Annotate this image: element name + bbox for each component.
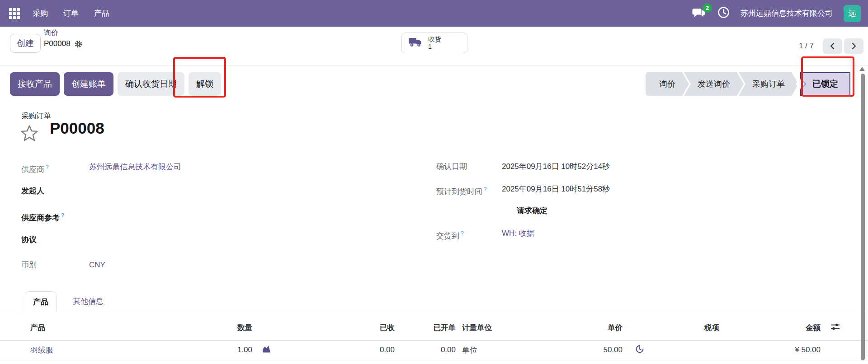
action-bar: 接收产品 创建账单 确认收货日期 解锁 询价 发送询价 采购订单 已锁定 [0,65,868,98]
order-lines-table: 产品 数量 已收 已开单 计量单位 单价 税项 金额 [21,315,849,360]
supplier-value-link[interactable]: 苏州远鼎信息技术有限公司 [89,162,181,175]
uom-cell[interactable]: 单位 [462,340,519,360]
messages-button[interactable]: 2 [692,8,707,19]
apps-grid-icon[interactable] [9,8,20,19]
chat-bubbles-icon [692,13,706,21]
user-avatar[interactable]: 远 [844,5,861,22]
agreement-label: 协议 [21,234,89,245]
status-step-purchase-order[interactable]: 采购订单 [739,72,798,96]
table-header-row: 产品 数量 已收 已开单 计量单位 单价 税项 金额 [21,315,849,340]
col-received[interactable]: 已收 [283,315,401,340]
expected-arrival-label: 预计到货时间? [436,184,502,197]
activities-clock-icon[interactable] [717,6,730,20]
favorite-star-icon[interactable] [20,125,38,144]
confirm-date-label: 确认日期 [436,161,502,172]
tab-products[interactable]: 产品 [25,291,57,312]
amount-cell: ¥ 50.00 [765,340,821,360]
taxes-cell[interactable] [659,340,765,360]
currency-value-link[interactable]: CNY [89,260,105,271]
col-quantity[interactable]: 数量 [157,315,259,340]
nav-item-products[interactable]: 产品 [93,6,110,20]
nav-item-purchase[interactable]: 采购 [32,6,49,20]
tab-other-info[interactable]: 其他信息 [66,291,110,311]
col-taxes[interactable]: 税项 [659,315,765,340]
currency-label: 币别 [21,260,89,271]
received-cell[interactable]: 0.00 [283,340,401,360]
pager-next-button[interactable] [844,38,863,54]
vendor-reference-label: 供应商参考? [21,210,64,224]
control-panel: 创建 询价 P00008 [0,27,868,65]
scrollbar-thumb[interactable] [861,74,865,360]
pager-position: 1 / 7 [799,42,814,51]
expected-arrival-value[interactable]: 2025年09月16日 10时51分58秒 [502,184,610,197]
help-icon[interactable]: ? [61,212,64,219]
confirm-receipt-date-button[interactable]: 确认收货日期 [118,72,184,96]
col-amount[interactable]: 金额 [765,315,821,340]
billed-cell[interactable]: 0.00 [401,340,462,360]
deliver-to-label: 交货到? [436,228,502,242]
help-icon[interactable]: ? [461,230,464,237]
status-step-rfq-sent[interactable]: 发送询价 [684,72,744,96]
help-icon[interactable]: ? [46,164,49,170]
smart-button-label: 收货 [428,36,441,43]
nav-menu: 采购 订单 产品 [32,6,110,20]
nav-item-orders[interactable]: 订单 [62,6,80,20]
gear-icon[interactable] [74,40,83,48]
ask-confirmation-label[interactable]: 请求确定 [517,205,547,216]
status-step-rfq[interactable]: 询价 [646,72,689,96]
truck-icon [408,36,423,50]
create-button[interactable]: 创建 [10,34,41,53]
breadcrumb-current: P00008 [44,38,71,49]
nav-right: 2 苏州远鼎信息技术有限公司 远 [692,5,861,22]
unlock-button[interactable]: 解锁 [189,72,221,96]
pager-previous-button[interactable] [823,38,842,54]
help-icon[interactable]: ? [484,186,487,192]
create-bill-button[interactable]: 创建账单 [64,72,113,96]
breadcrumb: 询价 P00008 [44,28,83,49]
statusbar: 询价 发送询价 采购订单 已锁定 [646,72,850,96]
top-navbar: 采购 订单 产品 2 苏州远鼎信息技术有限公司 [0,0,868,27]
col-billed[interactable]: 已开单 [401,315,462,340]
optional-columns-button[interactable] [821,315,849,340]
col-product[interactable]: 产品 [21,315,157,340]
receipts-smart-button[interactable]: 收货 1 [401,33,467,53]
notebook-divider [0,311,868,311]
unit-price-cell[interactable]: 50.00 [519,340,632,360]
receive-products-button[interactable]: 接收产品 [10,72,60,96]
col-unit-price[interactable]: 单价 [519,315,632,340]
order-line-row[interactable]: 羽绒服 1.00 0.00 0.00 单位 50.00 [21,340,849,360]
product-link[interactable]: 羽绒服 [30,346,53,355]
forecast-chart-icon[interactable] [259,340,283,360]
purchase-order-form-page: 采购 订单 产品 2 苏州远鼎信息技术有限公司 [0,0,868,364]
company-name[interactable]: 苏州远鼎信息技术有限公司 [741,8,833,19]
requester-label: 发起人 [21,186,89,196]
deliver-to-value-link[interactable]: WH: 收据 [502,228,534,242]
quantity-cell[interactable]: 1.00 [157,340,259,360]
pager: 1 / 7 [799,27,863,65]
supplier-label: 供应商? [21,162,89,175]
confirm-date-value: 2025年09月16日 10时52分14秒 [502,161,610,172]
status-step-locked-active[interactable]: 已锁定 [800,72,850,96]
doc-type-label: 采购订单 [21,111,51,121]
breadcrumb-parent-link[interactable]: 询价 [44,28,83,38]
price-history-icon[interactable] [632,340,659,360]
scrollbar-up-arrow[interactable] [859,67,865,71]
order-title: P00008 [50,119,104,137]
col-uom[interactable]: 计量单位 [462,315,519,340]
smart-button-count: 1 [428,43,441,50]
unread-count-badge: 2 [703,3,712,13]
table-row-divider [0,360,868,360]
